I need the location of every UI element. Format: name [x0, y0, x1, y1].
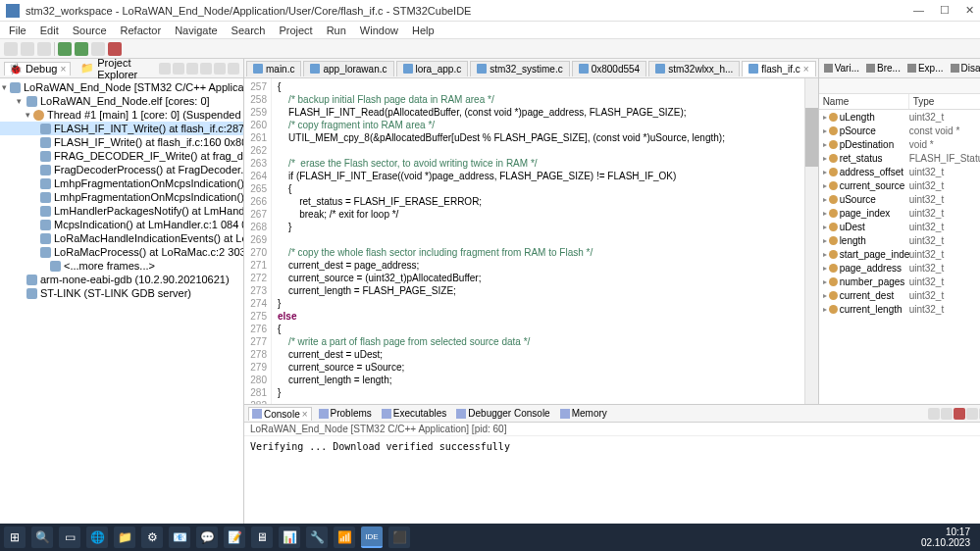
stack-frame[interactable]: ▾LoRaWAN_End_Node [STM32 C/C++ Applicati…	[0, 80, 243, 94]
taskbar-app-ide[interactable]: IDE	[361, 526, 383, 548]
taskbar-app[interactable]: ⬛	[388, 526, 410, 548]
variable-row[interactable]: ▸current_sourceuint32_t0x200071ef (Hex)	[819, 178, 980, 192]
debug-tree[interactable]: ▾LoRaWAN_End_Node [STM32 C/C++ Applicati…	[0, 78, 243, 531]
stack-frame[interactable]: FLASH_IF_INT_Write() at flash_if.c:287 0…	[0, 122, 243, 135]
taskbar-app[interactable]: 📁	[114, 526, 135, 548]
variable-row[interactable]: ▸start_page_indexuint32_t (Hex)	[819, 247, 980, 261]
taskbar-app[interactable]: 🔧	[306, 526, 328, 548]
pane-tool-button[interactable]	[173, 63, 184, 75]
close-button[interactable]: ✕	[965, 4, 974, 17]
maximize-button[interactable]: ☐	[940, 4, 950, 17]
toolbar-button[interactable]	[37, 42, 51, 56]
menu-project[interactable]: Project	[274, 25, 317, 36]
menu-help[interactable]: Help	[407, 25, 439, 36]
pane-tool-button[interactable]	[228, 63, 239, 75]
project-explorer-tab[interactable]: 📁 Project Explorer	[77, 57, 153, 80]
vars-tab[interactable]: Bre...	[863, 61, 903, 75]
taskbar-app[interactable]: ⚙	[141, 526, 163, 548]
start-button[interactable]: ⊞	[4, 526, 26, 548]
variable-row[interactable]: ▸uLengthuint32_t48	[819, 110, 980, 124]
taskbar-app[interactable]: 📶	[334, 526, 355, 548]
taskbar-app[interactable]: 💬	[196, 526, 218, 548]
taskbar-app[interactable]: 📝	[224, 526, 245, 548]
editor-tab[interactable]: stm32_systime.c	[470, 61, 569, 76]
console-tool-button[interactable]	[966, 408, 978, 420]
pane-tool-button[interactable]	[214, 63, 226, 75]
taskbar-app[interactable]: 📊	[279, 526, 300, 548]
editor-scrollbar[interactable]	[804, 78, 818, 404]
variable-row[interactable]: ▸uDestuint32_t0x8016000 (Hex)	[819, 220, 980, 233]
editor-tab[interactable]: stm32wlxx_h...	[648, 61, 740, 76]
variable-row[interactable]: ▸page_indexuint32_t0x2c (Hex)	[819, 206, 980, 220]
taskbar-app[interactable]: 📧	[169, 526, 190, 548]
stack-frame[interactable]: FRAG_DECODER_IF_Write() at frag_decoder_…	[0, 149, 243, 163]
stack-frame[interactable]: LoRaMacHandleIndicationEvents() at LoRaM…	[0, 231, 243, 245]
variable-row[interactable]: ▸current_lengthuint32_t48	[819, 302, 980, 316]
variables-list[interactable]: ▸uLengthuint32_t48▸pSourceconst void *▸p…	[819, 110, 980, 404]
code-editor[interactable]: { /* backup initial Flash page data in R…	[272, 78, 804, 404]
stack-frame[interactable]: LmHandlerPackagesNotify() at LmHandler.c…	[0, 204, 243, 218]
variable-row[interactable]: ▸address_offsetuint32_t0	[819, 165, 980, 178]
pane-tool-button[interactable]	[186, 63, 198, 75]
editor-tab[interactable]: 0x800d554	[572, 61, 647, 76]
menu-refactor[interactable]: Refactor	[116, 25, 167, 36]
stack-frame[interactable]: ▾Thread #1 [main] 1 [core: 0] (Suspended…	[0, 108, 243, 122]
stack-frame[interactable]: LoRaMacProcess() at LoRaMac.c:2 303 0x80…	[0, 245, 243, 259]
stop-button[interactable]	[108, 42, 122, 56]
close-icon[interactable]: ×	[302, 409, 308, 420]
minimize-button[interactable]: —	[913, 4, 924, 17]
console-tool-button[interactable]	[941, 408, 953, 420]
editor-tab[interactable]: main.c	[246, 61, 301, 76]
stack-frame[interactable]: McpsIndication() at LmHandler.c:1 084 0x…	[0, 218, 243, 231]
stack-frame[interactable]: ▾LoRaWAN_End_Node.elf [cores: 0]	[0, 94, 243, 108]
console-tab[interactable]: Console ×	[248, 407, 312, 421]
variable-row[interactable]: ▸page_addressuint32_t0x8016000 (Hex)	[819, 261, 980, 275]
close-icon[interactable]: ×	[60, 64, 66, 75]
debug-button[interactable]	[58, 42, 72, 56]
editor-tab[interactable]: app_lorawan.c	[303, 61, 393, 76]
variable-row[interactable]: ▸uSourceuint32_t0x200071ef (Hex)	[819, 192, 980, 206]
variable-row[interactable]: ▸lengthuint32_t48	[819, 233, 980, 247]
console-tab[interactable]: Executables	[379, 407, 449, 420]
vars-tab[interactable]: Vari...	[821, 61, 862, 75]
stack-frame[interactable]: <...more frames...>	[0, 259, 243, 273]
variable-row[interactable]: ▸ret_statusFLASH_IF_StatusTypedefFLASH_I…	[819, 151, 980, 165]
console-tab[interactable]: Memory	[557, 407, 610, 420]
vars-tab[interactable]: Disa...	[948, 61, 981, 75]
variable-row[interactable]: ▸pSourceconst void *	[819, 124, 980, 137]
editor-tab[interactable]: flash_if.c×	[742, 61, 815, 76]
console-tab[interactable]: Problems	[316, 407, 375, 420]
stack-frame[interactable]: LmhpFragmentationOnMcpsIndication() at L…	[0, 176, 243, 190]
editor-tab[interactable]: lora_app.c	[396, 61, 469, 76]
task-view-button[interactable]: ▭	[59, 526, 80, 548]
toolbar-button[interactable]	[91, 42, 105, 56]
variable-row[interactable]: ▸number_pagesuint32_t (Hex)	[819, 275, 980, 288]
console-tab[interactable]: Debugger Console	[453, 407, 552, 420]
menu-window[interactable]: Window	[355, 25, 403, 36]
run-button[interactable]	[75, 42, 88, 56]
console-tool-button[interactable]	[928, 408, 940, 420]
variable-row[interactable]: ▸pDestinationvoid *0x8016000	[819, 137, 980, 151]
vars-tab[interactable]: Exp...	[904, 61, 947, 75]
variable-row[interactable]: ▸current_destuint32_t0x8016000 (Hex)	[819, 288, 980, 302]
taskbar-app[interactable]: 🖥	[251, 526, 273, 548]
menu-search[interactable]: Search	[227, 25, 271, 36]
console-tool-button[interactable]	[954, 408, 965, 420]
toolbar-button[interactable]	[4, 42, 18, 56]
stack-frame[interactable]: arm-none-eabi-gdb (10.2.90.20210621)	[0, 273, 243, 286]
menu-run[interactable]: Run	[322, 25, 351, 36]
menu-source[interactable]: Source	[68, 25, 112, 36]
toolbar-button[interactable]	[21, 42, 34, 56]
close-icon[interactable]: ×	[803, 64, 809, 75]
menu-edit[interactable]: Edit	[35, 25, 64, 36]
pane-tool-button[interactable]	[159, 63, 171, 75]
console-output[interactable]: Verifying ... Download verified successf…	[244, 436, 980, 531]
stack-frame[interactable]: FLASH_IF_Write() at flash_if.c:160 0x802…	[0, 135, 243, 149]
stack-frame[interactable]: LmhpFragmentationOnMcpsIndication() at L…	[0, 190, 243, 204]
stack-frame[interactable]: FragDecoderProcess() at FragDecoder.c:28…	[0, 163, 243, 176]
debug-tab[interactable]: 🐞 Debug ×	[4, 62, 71, 75]
pane-tool-button[interactable]	[200, 63, 212, 75]
system-clock[interactable]: 10:17 02.10.2023	[921, 526, 976, 548]
menu-file[interactable]: File	[4, 25, 31, 36]
stack-frame[interactable]: ST-LINK (ST-LINK GDB server)	[0, 286, 243, 300]
